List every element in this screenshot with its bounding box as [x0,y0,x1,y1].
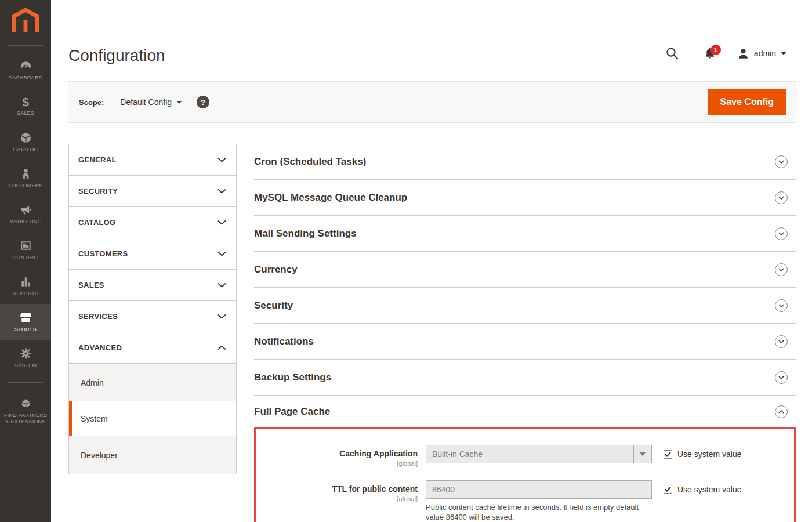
config-nav-item-system[interactable]: System [69,401,236,436]
sub-item-label: System [81,414,108,423]
chevron-down-icon [217,251,226,256]
sidebar-item-label: MARKETING [9,219,41,225]
expand-chevron-icon [775,227,788,240]
sidebar-item-label: DASHBOARD [9,75,43,81]
accordion-title: Currency [254,264,298,276]
search-icon[interactable] [665,46,679,60]
chevron-down-icon [217,157,226,162]
chevron-up-icon [217,345,226,350]
marketing-megaphone-icon [19,203,32,216]
dashboard-icon [19,59,32,72]
scope-hint: [global] [256,460,418,467]
extensions-brick-icon [19,397,32,410]
accordion-section-security[interactable]: Security [254,288,796,324]
config-nav-section-catalog[interactable]: CATALOG [69,207,236,238]
scope-switcher[interactable]: Default Config [120,97,182,107]
chevron-down-icon [177,101,182,104]
settings-accordion: Cron (Scheduled Tasks) MySQL Message Que… [254,144,796,522]
select-value: Built-in Cache [426,445,633,463]
section-label: ADVANCED [78,343,122,352]
expand-chevron-icon [775,191,788,204]
sidebar-divider [8,382,43,383]
advanced-subsections: Admin System Developer [69,364,236,474]
config-nav-item-developer[interactable]: Developer [69,436,236,474]
admin-user-menu[interactable]: admin [737,48,786,60]
config-nav-section-sales[interactable]: SALES [69,270,236,301]
scope-bar: Scope: Default Config ? Save Config [68,81,796,123]
ttl-input[interactable] [426,480,652,499]
sidebar-item-label: REPORTS [13,291,39,297]
config-nav-section-security[interactable]: SECURITY [69,176,236,207]
accordion-title: Mail Sending Settings [254,228,357,240]
use-system-value-checkbox[interactable] [664,485,672,494]
caching-application-select[interactable]: Built-in Cache [426,445,652,463]
magento-logo-icon [12,8,39,39]
chevron-down-icon [217,282,226,288]
select-arrow-box [633,445,651,463]
sidebar-item-marketing[interactable]: MARKETING [0,196,51,232]
scope-label: Scope: [79,98,104,107]
use-system-value-checkbox[interactable] [664,450,672,459]
config-nav-section-services[interactable]: SERVICES [69,301,236,332]
sales-icon: $ [22,96,29,108]
use-system-value-label: Use system value [677,485,741,494]
config-nav-section-general[interactable]: GENERAL [69,144,236,176]
accordion-title: Backup Settings [254,372,331,383]
sidebar-item-customers[interactable]: CUSTOMERS [0,160,51,196]
collapse-chevron-icon [775,405,788,418]
sidebar-item-dashboard[interactable]: DASHBOARD [0,52,51,88]
user-avatar-icon [737,48,749,60]
accordion-title: Security [254,300,293,311]
accordion-section-notifications[interactable]: Notifications [254,324,796,360]
sidebar-item-catalog[interactable]: CATALOG [0,124,51,160]
section-label: CATALOG [78,218,115,227]
sub-item-label: Developer [81,451,118,460]
notifications-bell-icon[interactable]: 1 [704,47,716,60]
reports-chart-icon [19,275,32,288]
customers-icon [19,167,32,180]
header-actions: 1 admin [665,46,786,60]
content-area: GENERAL SECURITY CATALOG CUSTOMERS SALES… [51,123,812,522]
magento-logo[interactable] [0,0,51,39]
system-gear-icon [19,347,32,360]
expand-chevron-icon [775,155,788,168]
sidebar-item-label-line1: FIND PARTNERS [4,412,47,418]
save-config-button[interactable]: Save Config [708,89,786,115]
sidebar-item-system[interactable]: SYSTEM [0,340,51,376]
accordion-section-full-page-cache[interactable]: Full Page Cache [254,396,796,427]
config-nav-item-admin[interactable]: Admin [69,364,236,401]
accordion-section-currency[interactable]: Currency [254,252,796,288]
sidebar-item-sales[interactable]: $ SALES [0,88,51,124]
expand-chevron-icon [775,335,788,348]
caching-application-label: Caching Application [256,449,418,459]
config-nav-section-customers[interactable]: CUSTOMERS [69,238,236,270]
accordion-section-backup[interactable]: Backup Settings [254,360,796,396]
ttl-label: TTL for public content [256,484,418,494]
sidebar-item-find-partners[interactable]: FIND PARTNERS & EXTENSIONS [0,389,51,432]
stores-icon [19,311,32,324]
chevron-down-icon [217,314,226,319]
use-system-value-label: Use system value [677,449,741,459]
expand-chevron-icon [775,263,788,276]
accordion-section-cron[interactable]: Cron (Scheduled Tasks) [254,144,796,180]
expand-chevron-icon [775,299,788,312]
section-label: GENERAL [78,155,117,164]
config-nav-section-advanced[interactable]: ADVANCED [69,332,236,364]
help-icon[interactable]: ? [197,96,209,108]
accordion-title: Notifications [254,336,314,347]
expand-chevron-icon [775,371,788,384]
sidebar-item-reports[interactable]: REPORTS [0,268,51,304]
sidebar-item-stores[interactable]: STORES [0,304,51,340]
ttl-field-row: TTL for public content [global] Public c… [256,480,794,522]
ttl-note: Public content cache lifetime in seconds… [426,502,652,522]
accordion-section-mysql-queue[interactable]: MySQL Message Queue Cleanup [254,180,796,216]
accordion-title: MySQL Message Queue Cleanup [254,192,407,204]
sidebar-item-label: STORES [14,327,37,333]
sidebar-divider [8,45,43,46]
sidebar-item-content[interactable]: CONTENT [0,232,51,268]
chevron-down-icon [640,452,646,456]
sidebar-item-label: CATALOG [13,147,38,153]
accordion-section-mail-sending[interactable]: Mail Sending Settings [254,216,796,252]
catalog-box-icon [19,131,32,144]
section-label: SECURITY [78,187,118,195]
